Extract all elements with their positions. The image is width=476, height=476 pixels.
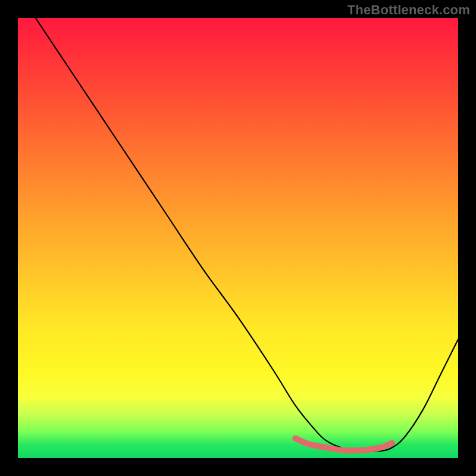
- red-segment-path: [295, 439, 392, 451]
- plot-area: [18, 18, 458, 458]
- chart-frame: TheBottleneck.com: [0, 0, 476, 476]
- curve-overlay: [18, 18, 458, 458]
- bottleneck-curve-path: [36, 18, 458, 452]
- watermark-text: TheBottleneck.com: [347, 2, 470, 18]
